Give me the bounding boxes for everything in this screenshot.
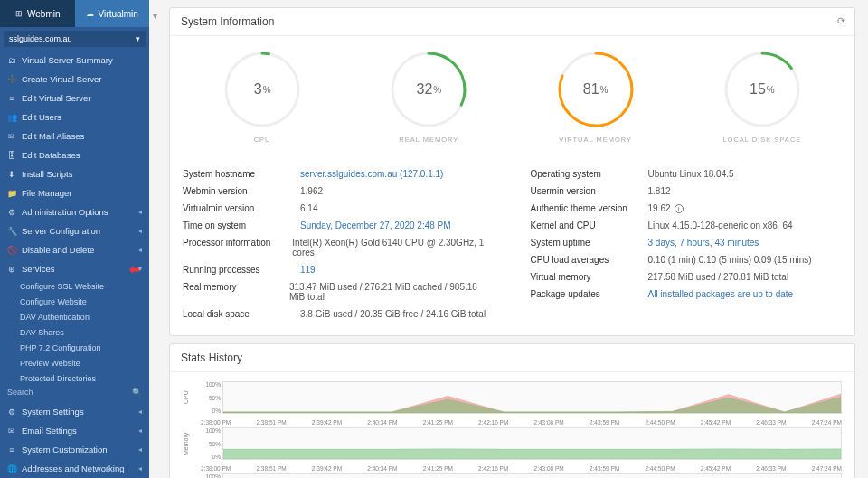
info-value: 6.14 bbox=[300, 203, 317, 213]
sidebar-sub-label: DAV Authentication bbox=[20, 313, 90, 322]
sidebar-item-system-customization[interactable]: ≡System Customization bbox=[0, 440, 149, 459]
sysinfo-panel: System Information ⟳ 3%CPU32%REAL MEMORY… bbox=[169, 7, 855, 336]
sidebar-item-administration-options[interactable]: ⚙Administration Options bbox=[0, 202, 149, 221]
sidebar-sub-configure-ssl-website[interactable]: Configure SSL Website⬅ bbox=[0, 278, 149, 294]
info-value[interactable]: 119 bbox=[300, 265, 316, 275]
sidebar-item-icon: 🔧 bbox=[7, 227, 16, 236]
info-col-left: System hostnameserver.sslguides.com.au (… bbox=[183, 165, 495, 323]
info-row: Time on systemSunday, December 27, 2020 … bbox=[183, 217, 495, 234]
sidebar-sub-protected-directories[interactable]: Protected Directories bbox=[0, 370, 149, 382]
info-label: Authentic theme version bbox=[531, 203, 648, 213]
sysinfo-title: System Information ⟳ bbox=[170, 8, 854, 36]
sidebar-item-email-settings[interactable]: ✉Email Settings bbox=[0, 421, 149, 440]
search-icon: 🔍 bbox=[132, 388, 142, 397]
stats-panel: Stats History CPU100%50%0%2:38:00 PM2:38… bbox=[169, 343, 855, 478]
sidebar-item-icon: ✉ bbox=[7, 132, 16, 141]
sidebar-item-label: Email Settings bbox=[22, 426, 77, 436]
chevron-down-icon: ▾ bbox=[136, 34, 140, 43]
sidebar-item-virtual-server-summary[interactable]: 🗂Virtual Server Summary bbox=[0, 51, 149, 70]
sidebar-item-edit-databases[interactable]: 🗄Edit Databases bbox=[0, 145, 149, 164]
sidebar-item-install-scripts[interactable]: ⬇Install Scripts bbox=[0, 164, 149, 183]
domain-select[interactable]: sslguides.com.au ▾ bbox=[4, 31, 146, 47]
info-value: 217.58 MiB used / 270.81 MiB total bbox=[648, 272, 789, 282]
info-row: Real memory313.47 MiB used / 276.21 MiB … bbox=[183, 278, 495, 305]
sidebar-item-icon: ≡ bbox=[7, 94, 16, 103]
sidebar-item-file-manager[interactable]: 📁File Manager bbox=[0, 183, 149, 202]
info-value[interactable]: All installed packages are up to date bbox=[648, 289, 794, 299]
sidebar-item-icon: 🌐 bbox=[7, 464, 16, 473]
tab-virtualmin[interactable]: ☁ Virtualmin bbox=[75, 0, 150, 27]
sidebar-item-icon: 🗂 bbox=[7, 56, 16, 65]
sidebar-sub-preview-website[interactable]: Preview Website bbox=[0, 355, 149, 370]
chart-memory: Memory100%50%0% bbox=[183, 427, 842, 460]
sidebar-item-label: Edit Users bbox=[22, 112, 61, 122]
sidebar-sub-configure-website[interactable]: Configure Website bbox=[0, 294, 149, 309]
info-value[interactable]: server.sslguides.com.au (127.0.1.1) bbox=[300, 169, 443, 179]
sidebar-item-icon: ➕ bbox=[7, 75, 16, 84]
info-label: Webmin version bbox=[183, 186, 300, 196]
sidebar-item-icon: 🚫 bbox=[7, 246, 16, 255]
gauge-cpu: 3%CPU bbox=[194, 49, 330, 144]
info-table: System hostnameserver.sslguides.com.au (… bbox=[183, 162, 842, 326]
info-value: 19.62i bbox=[648, 203, 684, 213]
info-value[interactable]: 3 days, 7 hours, 43 minutes bbox=[648, 238, 760, 248]
info-value: 313.47 MiB used / 276.21 MiB cached / 98… bbox=[289, 282, 495, 302]
search-placeholder: Search bbox=[7, 388, 33, 397]
sidebar-item-create-virtual-server[interactable]: ➕Create Virtual Server bbox=[0, 70, 149, 89]
chart-yticks: 100%50%0% bbox=[201, 381, 222, 414]
sidebar-sub-dav-authentication[interactable]: DAV Authentication bbox=[0, 309, 149, 324]
highlight-arrow-icon: ⬅ bbox=[129, 262, 140, 276]
collapse-icon[interactable]: ▾ bbox=[153, 11, 164, 22]
sysinfo-body: System hostnameserver.sslguides.com.au (… bbox=[170, 153, 854, 335]
sidebar-items: 🗂Virtual Server Summary➕Create Virtual S… bbox=[0, 51, 149, 382]
sidebar-sub-label: Protected Directories bbox=[20, 374, 96, 383]
info-row: Operating systemUbuntu Linux 18.04.5 bbox=[531, 165, 843, 183]
sidebar-sub-php-7.2-configuration[interactable]: PHP 7.2 Configuration bbox=[0, 340, 149, 355]
info-row: Virtual memory217.58 MiB used / 270.81 M… bbox=[531, 268, 843, 286]
chart-swap: Swap100%50% bbox=[183, 473, 842, 478]
gauge-value: 3% bbox=[222, 49, 303, 130]
sidebar-item-label: Edit Databases bbox=[22, 150, 80, 160]
sidebar-item-icon: ⚙ bbox=[7, 208, 16, 217]
sidebar-item-edit-users[interactable]: 👥Edit Users bbox=[0, 108, 149, 127]
chart-plot bbox=[222, 473, 842, 478]
info-row: Processor informationIntel(R) Xeon(R) Go… bbox=[183, 234, 495, 261]
info-icon[interactable]: i bbox=[675, 204, 684, 213]
sidebar-item-services[interactable]: ⊕Services⬅ bbox=[0, 259, 149, 278]
sidebar-sub-label: PHP 7.2 Configuration bbox=[20, 343, 100, 352]
sidebar-item-addresses-and-networking[interactable]: 🌐Addresses and Networking bbox=[0, 459, 149, 478]
sidebar-item-edit-mail-aliases[interactable]: ✉Edit Mail Aliases bbox=[0, 127, 149, 145]
info-label: Kernel and CPU bbox=[531, 220, 648, 230]
info-value: Intel(R) Xeon(R) Gold 6140 CPU @ 2.30GHz… bbox=[292, 238, 494, 258]
sidebar-item-icon: ≡ bbox=[7, 445, 16, 455]
chart-ylabel: CPU bbox=[183, 381, 201, 414]
info-row: System hostnameserver.sslguides.com.au (… bbox=[183, 165, 495, 183]
info-value[interactable]: Sunday, December 27, 2020 2:48 PM bbox=[300, 220, 451, 230]
sidebar-item-icon: ⊕ bbox=[7, 265, 16, 274]
sidebar-sub-dav-shares[interactable]: DAV Shares bbox=[0, 324, 149, 340]
info-row: Usermin version1.812 bbox=[531, 183, 843, 200]
sidebar-item-system-settings[interactable]: ⚙System Settings bbox=[0, 402, 149, 421]
search-box[interactable]: Search 🔍 bbox=[0, 382, 149, 402]
gauge-label: REAL MEMORY bbox=[399, 136, 458, 144]
sidebar: ⊞ Webmin ☁ Virtualmin sslguides.com.au ▾… bbox=[0, 0, 149, 478]
gauge-value: 32% bbox=[388, 49, 469, 130]
sidebar-item-label: Create Virtual Server bbox=[22, 74, 102, 84]
sidebar-item-server-configuration[interactable]: 🔧Server Configuration bbox=[0, 221, 149, 240]
stats-title: Stats History bbox=[170, 344, 854, 372]
sidebar-item-disable-and-delete[interactable]: 🚫Disable and Delete bbox=[0, 240, 149, 259]
info-value: 1.962 bbox=[300, 186, 323, 196]
chart-plot bbox=[222, 427, 842, 460]
sidebar-item-label: System Customization bbox=[22, 445, 108, 455]
refresh-icon[interactable]: ⟳ bbox=[837, 15, 845, 27]
info-label: CPU load averages bbox=[531, 255, 648, 265]
info-label: Time on system bbox=[183, 220, 300, 230]
sidebar-sub-label: DAV Shares bbox=[20, 328, 64, 337]
tab-webmin[interactable]: ⊞ Webmin bbox=[0, 0, 75, 27]
sidebar-bottom: ⚙System Settings✉Email Settings≡System C… bbox=[0, 402, 149, 478]
info-row: Webmin version1.962 bbox=[183, 183, 495, 200]
sidebar-item-edit-virtual-server[interactable]: ≡Edit Virtual Server bbox=[0, 89, 149, 108]
info-label: System uptime bbox=[531, 238, 648, 248]
sidebar-item-label: Edit Mail Aliases bbox=[22, 131, 84, 141]
sidebar-item-icon: 🗄 bbox=[7, 151, 16, 160]
